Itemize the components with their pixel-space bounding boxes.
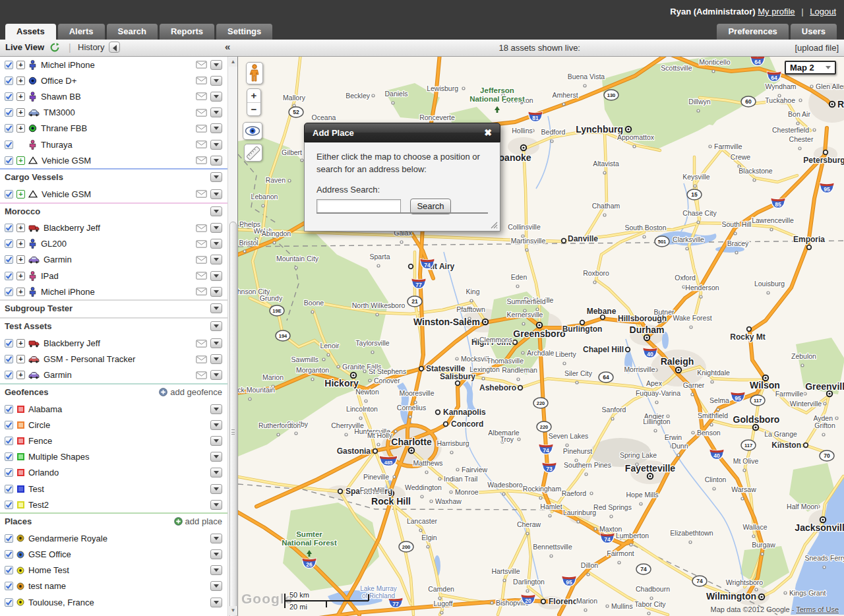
village-marker[interactable]	[516, 285, 519, 288]
village-marker[interactable]	[372, 94, 375, 97]
scrollbar-thumb[interactable]	[229, 222, 237, 616]
tab-assets[interactable]: Assets	[5, 24, 56, 40]
town-marker[interactable]	[373, 449, 378, 454]
village-marker[interactable]	[277, 433, 280, 436]
visibility-eye-button[interactable]	[243, 122, 262, 140]
visibility-checkbox[interactable]	[5, 224, 13, 232]
send-message-button[interactable]	[196, 355, 207, 363]
town-marker[interactable]	[804, 443, 808, 448]
village-marker[interactable]	[697, 109, 700, 112]
group-dropdown-button[interactable]	[210, 321, 222, 331]
village-marker[interactable]	[371, 351, 374, 354]
village-marker[interactable]	[462, 87, 465, 90]
village-marker[interactable]	[709, 145, 711, 148]
village-marker[interactable]	[587, 573, 589, 576]
village-marker[interactable]	[539, 497, 542, 499]
village-marker[interactable]	[770, 228, 773, 231]
row-dropdown-button[interactable]	[210, 581, 222, 591]
row-dropdown-button[interactable]	[210, 484, 222, 494]
village-marker[interactable]	[710, 423, 713, 426]
village-marker[interactable]	[755, 588, 758, 591]
visibility-checkbox[interactable]	[5, 140, 13, 149]
village-marker[interactable]	[633, 145, 636, 148]
village-marker[interactable]	[801, 364, 804, 367]
map-type-selector[interactable]: Map 2	[785, 61, 836, 75]
map-canvas[interactable]: CharlotteRaleighGreensboroWinston-SalemD…	[237, 57, 844, 616]
row-dropdown-button[interactable]	[210, 287, 222, 297]
row-dropdown-button[interactable]	[210, 354, 222, 364]
village-marker[interactable]	[295, 432, 297, 435]
expand-button[interactable]: +	[16, 288, 25, 296]
visibility-checkbox[interactable]	[5, 272, 13, 280]
village-marker[interactable]	[421, 495, 423, 498]
village-marker[interactable]	[468, 317, 471, 320]
expand-button[interactable]: +	[16, 272, 25, 280]
sidebar-collapse-button[interactable]: «	[225, 41, 230, 52]
row-dropdown-button[interactable]	[210, 452, 222, 462]
send-message-button[interactable]	[196, 109, 207, 117]
village-marker[interactable]	[526, 590, 529, 592]
visibility-checkbox[interactable]	[5, 190, 13, 199]
row-dropdown-button[interactable]	[210, 420, 222, 430]
village-marker[interactable]	[363, 370, 366, 373]
village-marker[interactable]	[518, 438, 520, 441]
village-marker[interactable]	[450, 451, 453, 454]
village-marker[interactable]	[526, 249, 528, 251]
town-marker[interactable]	[518, 386, 523, 390]
village-marker[interactable]	[606, 605, 609, 607]
row-dropdown-button[interactable]	[210, 60, 222, 70]
village-marker[interactable]	[502, 493, 505, 495]
village-marker[interactable]	[273, 241, 276, 244]
village-marker[interactable]	[369, 379, 371, 382]
send-message-button[interactable]	[196, 190, 207, 198]
village-marker[interactable]	[359, 417, 362, 419]
village-marker[interactable]	[712, 70, 715, 73]
village-marker[interactable]	[377, 443, 380, 446]
visibility-checkbox[interactable]	[5, 371, 13, 379]
visibility-checkbox[interactable]	[5, 124, 13, 133]
village-marker[interactable]	[322, 358, 325, 361]
row-dropdown-button[interactable]	[210, 468, 222, 477]
row-dropdown-button[interactable]	[210, 123, 222, 133]
row-dropdown-button[interactable]	[210, 108, 222, 117]
visibility-checkbox[interactable]	[5, 92, 13, 101]
visibility-checkbox[interactable]	[5, 582, 13, 590]
village-marker[interactable]	[562, 103, 565, 106]
village-marker[interactable]	[689, 541, 692, 543]
village-marker[interactable]	[810, 85, 813, 88]
send-message-button[interactable]	[196, 61, 207, 69]
village-marker[interactable]	[456, 468, 459, 471]
village-marker[interactable]	[440, 611, 443, 614]
village-marker[interactable]	[295, 266, 297, 269]
village-marker[interactable]	[636, 463, 638, 466]
village-marker[interactable]	[430, 500, 433, 503]
village-marker[interactable]	[392, 102, 394, 104]
village-marker[interactable]	[474, 338, 477, 341]
village-marker[interactable]	[835, 417, 838, 419]
visibility-checkbox[interactable]	[5, 255, 13, 264]
refresh-icon[interactable]	[50, 43, 59, 54]
dialog-header[interactable]: Add Place ✖	[304, 123, 500, 142]
village-marker[interactable]	[262, 204, 264, 207]
zoom-out-button[interactable]: −	[247, 103, 260, 116]
village-marker[interactable]	[752, 535, 755, 538]
village-marker[interactable]	[643, 235, 646, 238]
village-marker[interactable]	[470, 299, 473, 302]
village-marker[interactable]	[345, 433, 347, 436]
tab-settings[interactable]: Settings	[216, 24, 272, 40]
expand-button[interactable]: +	[16, 92, 25, 101]
add-geofence-button[interactable]: add geofence	[159, 387, 222, 397]
village-marker[interactable]	[767, 292, 769, 294]
town-marker[interactable]	[562, 239, 566, 243]
send-message-button[interactable]	[196, 224, 207, 232]
tab-search[interactable]: Search	[107, 24, 158, 40]
village-marker[interactable]	[288, 179, 291, 182]
visibility-checkbox[interactable]	[5, 468, 13, 477]
village-marker[interactable]	[394, 430, 397, 433]
village-marker[interactable]	[784, 592, 787, 594]
visibility-checkbox[interactable]	[5, 501, 13, 509]
street-view-pegman[interactable]	[246, 62, 263, 84]
visibility-checkbox[interactable]	[5, 77, 13, 85]
village-marker[interactable]	[388, 489, 391, 491]
visibility-checkbox[interactable]	[5, 485, 13, 493]
